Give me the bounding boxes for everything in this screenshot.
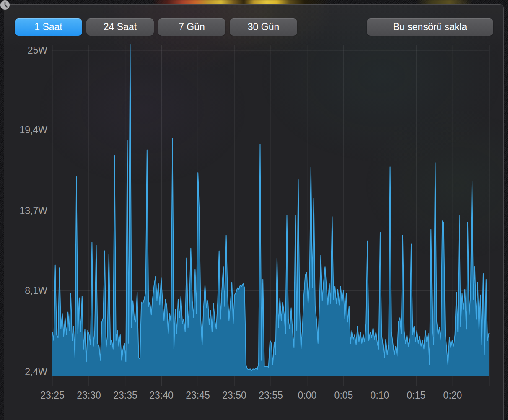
- toolbar: 1 Saat 24 Saat 7 Gün 30 Gün Bu sensörü s…: [15, 18, 493, 36]
- sensor-panel-window: 1 Saat 24 Saat 7 Gün 30 Gün Bu sensörü s…: [4, 4, 504, 420]
- range-button-30-days[interactable]: 30 Gün: [230, 18, 297, 36]
- range-button-24-hours[interactable]: 24 Saat: [86, 18, 154, 36]
- clock-icon[interactable]: [0, 0, 10, 10]
- hide-sensor-button[interactable]: Bu sensörü sakla: [367, 18, 493, 36]
- range-button-7-days[interactable]: 7 Gün: [158, 18, 225, 36]
- window-tint-overlay: [4, 5, 503, 420]
- range-button-1-hour[interactable]: 1 Saat: [15, 18, 82, 36]
